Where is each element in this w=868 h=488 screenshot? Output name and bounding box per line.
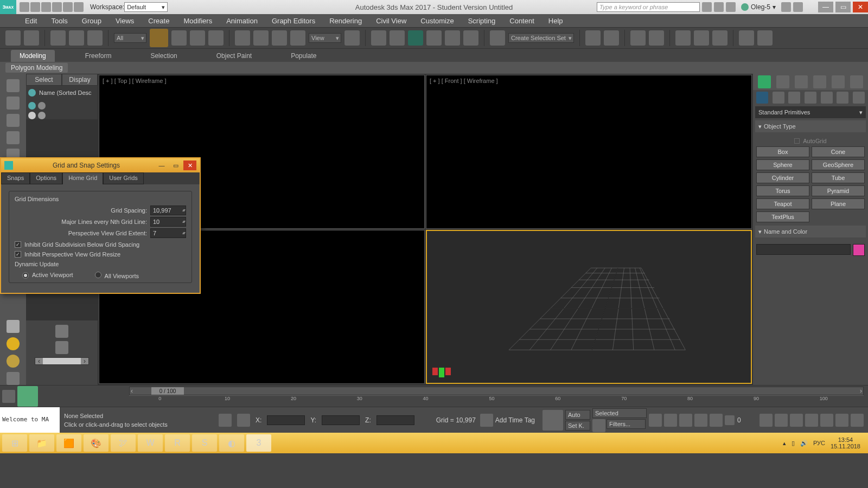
tab-selection[interactable]: Selection [142,50,186,62]
chrome-icon[interactable]: ◐ [219,434,244,452]
major-lines-spinner[interactable]: 10 [150,217,186,227]
autogrid-checkbox[interactable]: AutoGrid [756,138,865,144]
key-filters-selected[interactable]: Selected [592,408,647,418]
inhibit-subdivision-checkbox[interactable]: ✓Inhibit Grid Subdivision Below Grid Spa… [15,241,186,248]
layer-explorer-button[interactable] [630,30,646,46]
sun-icon[interactable] [7,337,20,350]
menu-edit[interactable]: Edit [25,17,37,25]
display-tab-icon[interactable] [832,75,845,88]
viewport-perspective[interactable] [426,230,752,384]
paint-icon[interactable]: 🎨 [84,434,108,452]
rollout-name-color[interactable]: Name and Color [755,226,866,237]
search-input[interactable]: Type a keyword or phrase [597,2,700,12]
menu-tools[interactable]: Tools [51,17,67,25]
prim-plane[interactable]: Plane [812,198,865,209]
time-slider-track[interactable]: ‹ 0 / 100 › [129,387,864,395]
nav-zoom-ext-icon[interactable] [835,414,848,427]
3dsmax-task-icon[interactable]: 3 [246,434,271,452]
undo-button[interactable] [5,30,21,46]
dialog-titlebar[interactable]: Grid and Snap Settings — ▭ ✕ [1,158,200,172]
skype-icon[interactable]: S [192,434,217,452]
tray-battery-icon[interactable]: ▯ [792,440,795,447]
help-icon[interactable] [793,2,803,12]
spinner-snap-button[interactable] [463,30,478,46]
bird-icon[interactable]: 🕊 [111,434,136,452]
select-object-button[interactable] [150,29,168,47]
prim-torus[interactable]: Torus [756,185,809,196]
geometry-icon[interactable] [756,92,768,104]
next-frame-icon[interactable] [694,414,707,427]
dialog-close-button[interactable]: ✕ [183,160,196,170]
prim-box[interactable]: Box [756,146,809,157]
prim-sphere[interactable]: Sphere [756,159,809,170]
isolate-icon[interactable] [237,414,250,427]
shapes-icon[interactable] [773,92,784,104]
prim-cone[interactable]: Cone [812,146,865,157]
timetag-icon[interactable] [480,414,493,427]
menu-customize[interactable]: Customize [420,17,454,25]
cameras-icon[interactable] [805,92,816,104]
radio-all-viewports[interactable]: All Viewports [95,272,139,279]
manipulate-button[interactable] [371,30,386,46]
dialog-maximize-button[interactable]: ▭ [169,160,182,170]
tray-time[interactable]: 13:54 [831,436,860,443]
start-button[interactable]: ⊞ [2,434,27,452]
container-icon[interactable] [55,341,68,354]
menu-modifiers[interactable]: Modifiers [183,17,212,25]
goto-start-icon[interactable] [649,414,662,427]
snap-toggle-button[interactable] [408,30,423,46]
dialog-tab-usergrids[interactable]: User Grids [103,172,144,184]
minimize-button[interactable]: — [818,2,833,12]
tab-populate[interactable]: Populate [282,50,325,62]
utilities-tab-icon[interactable] [850,75,863,88]
object-color-swatch[interactable] [853,244,865,256]
menu-scripting[interactable]: Scripting [468,17,496,25]
prim-textplus[interactable]: TextPlus [756,211,809,222]
helpers-icon[interactable] [821,92,833,104]
angle-snap-button[interactable] [426,30,442,46]
dialog-tab-snaps[interactable]: Snaps [1,172,30,184]
prim-pyramid[interactable]: Pyramid [812,185,865,196]
x-field[interactable] [267,415,305,425]
named-sel-edit-button[interactable] [490,30,505,46]
tab-freeform[interactable]: Freeform [76,50,120,62]
menu-content[interactable]: Content [509,17,534,25]
grid-extent-spinner[interactable]: 7 [150,228,186,238]
placement-button[interactable] [290,30,305,46]
prim-teapot[interactable]: Teapot [756,198,809,209]
exchange-icon[interactable] [781,2,791,12]
move-button[interactable] [235,30,250,46]
curve-editor-button[interactable] [675,30,691,46]
lock-selection-icon[interactable] [219,414,232,427]
nav-pan-icon[interactable] [760,414,773,427]
user-menu[interactable]: Oleg-5▾ [738,3,779,11]
mirror-button[interactable] [585,30,601,46]
window-crossing-button[interactable] [208,30,224,46]
menu-grapheditors[interactable]: Graph Editors [272,17,315,25]
ref-coord-dropdown[interactable]: View [309,33,341,43]
key-filters-dropdown[interactable]: Filters... [607,419,646,429]
dialog-tab-homegrid[interactable]: Home Grid [62,172,103,184]
app-logo[interactable]: 3MAX [0,0,16,14]
nav-fov-icon[interactable] [820,414,833,427]
rect-region-button[interactable] [190,30,205,46]
word-icon[interactable]: W [138,434,163,452]
scene-tab-display[interactable]: Display [62,74,98,86]
set-key-button[interactable]: Set K. [565,421,590,431]
dialog-minimize-button[interactable]: — [155,160,168,170]
nav-zoom-icon[interactable] [790,414,803,427]
play-icon[interactable] [679,414,692,427]
hierarchy-tab-icon[interactable] [795,75,808,88]
subscription-icon[interactable] [714,2,724,12]
nav-orbit-icon[interactable] [775,414,788,427]
create-tab-icon[interactable] [758,75,771,88]
play-script-icon[interactable] [2,390,15,403]
time-config-icon[interactable] [725,415,735,425]
systems-icon[interactable] [853,92,865,104]
geometry-category-dropdown[interactable]: Standard Primitives [755,106,866,118]
tab-modeling[interactable]: Modeling [11,50,55,62]
revit-icon[interactable]: R [165,434,190,452]
maxscript-listener[interactable]: Welcome to MA [0,407,60,433]
filter-funnel-icon[interactable] [55,325,68,338]
viewport-front[interactable]: [ + ] [ Front ] [ Wireframe ] [426,75,752,229]
